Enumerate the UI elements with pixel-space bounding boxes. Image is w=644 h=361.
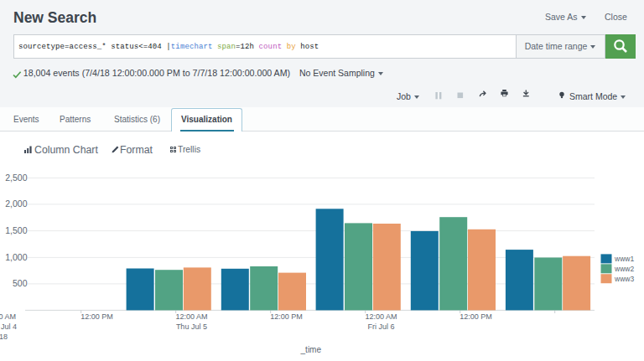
svg-text:12:00 PM: 12:00 PM — [80, 312, 113, 321]
svg-text:12:00 AM: 12:00 AM — [365, 312, 397, 321]
svg-text:2,000: 2,000 — [5, 199, 27, 209]
svg-text:Fri Jul 6: Fri Jul 6 — [367, 322, 394, 331]
svg-text:1,500: 1,500 — [5, 225, 27, 235]
svg-text:500: 500 — [13, 278, 28, 288]
svg-text:12:00 AM: 12:00 AM — [0, 312, 16, 321]
svg-text:www3: www3 — [614, 275, 634, 283]
svg-text:www1: www1 — [614, 255, 634, 263]
svg-text:12:00 AM: 12:00 AM — [175, 312, 207, 321]
svg-text:12:00 PM: 12:00 PM — [270, 312, 303, 321]
svg-text:_time: _time — [300, 345, 322, 354]
svg-text:2,500: 2,500 — [5, 173, 27, 183]
svg-text:www2: www2 — [614, 265, 634, 273]
svg-text:1,000: 1,000 — [5, 252, 27, 262]
svg-text:2018: 2018 — [0, 333, 8, 341]
svg-text:Wed Jul 4: Wed Jul 4 — [0, 322, 17, 331]
svg-text:Thu Jul 5: Thu Jul 5 — [176, 322, 207, 331]
svg-text:12:00 PM: 12:00 PM — [460, 312, 492, 321]
